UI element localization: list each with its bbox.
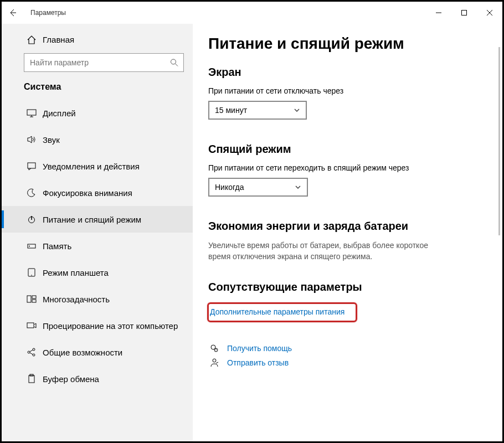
speaker-icon <box>26 135 37 145</box>
home-label: Главная <box>43 35 74 44</box>
screen-off-label: При питании от сети отключать через <box>208 86 496 95</box>
window-controls <box>426 2 502 24</box>
arrow-left-icon <box>8 8 17 17</box>
sidebar-item-display[interactable]: Дисплей <box>2 100 193 126</box>
sidebar-item-label: Уведомления и действия <box>43 162 140 171</box>
sidebar-item-label: Питание и спящий режим <box>43 215 141 224</box>
sidebar-item-tablet[interactable]: Режим планшета <box>2 259 193 286</box>
footer-links: ? Получить помощь Отправить отзыв <box>208 341 496 370</box>
sidebar-item-focus[interactable]: Фокусировка внимания <box>2 179 193 206</box>
chevron-down-icon <box>295 184 301 190</box>
screen-off-select[interactable]: 15 минут <box>208 101 307 120</box>
svg-rect-2 <box>27 110 36 115</box>
content-pane: Питание и спящий режим Экран При питании… <box>193 24 502 441</box>
related-section: Сопутствующие параметры Дополнительные п… <box>208 281 496 322</box>
clipboard-icon <box>26 374 37 384</box>
svg-text:?: ? <box>215 348 217 352</box>
search-icon <box>170 59 178 67</box>
feedback-link[interactable]: Отправить отзыв <box>208 356 496 370</box>
screen-off-value: 15 минут <box>215 106 247 115</box>
screen-heading: Экран <box>208 66 496 79</box>
close-icon <box>487 10 492 16</box>
sidebar-item-multitask[interactable]: Многозадачность <box>2 286 193 312</box>
svg-rect-11 <box>32 300 36 302</box>
sidebar-item-label: Общие возможности <box>43 348 122 357</box>
svg-point-13 <box>28 351 30 353</box>
sleep-select[interactable]: Никогда <box>208 178 308 197</box>
svg-point-21 <box>213 359 216 362</box>
sleep-section: Спящий режим При питании от сети переход… <box>208 143 496 197</box>
search-wrap <box>2 53 193 72</box>
minimize-button[interactable] <box>426 2 451 24</box>
monitor-icon <box>26 108 37 118</box>
storage-icon <box>26 241 37 251</box>
home-icon <box>26 35 37 45</box>
maximize-button[interactable] <box>451 2 477 24</box>
sidebar-item-label: Многозадачность <box>43 295 110 304</box>
get-help-label: Получить помощь <box>227 344 292 353</box>
settings-window: Параметры Главная Система <box>0 0 504 443</box>
sidebar-item-label: Проецирование на этот компьютер <box>43 321 178 331</box>
sidebar-item-label: Память <box>43 241 71 251</box>
chevron-down-icon <box>294 107 300 114</box>
screen-section: Экран При питании от сети отключать чере… <box>208 66 496 120</box>
sidebar-item-label: Звук <box>43 135 60 145</box>
svg-rect-9 <box>27 296 31 302</box>
maximize-icon <box>461 10 467 16</box>
sidebar-item-sound[interactable]: Звук <box>2 126 193 153</box>
svg-point-1 <box>171 59 176 64</box>
sidebar-item-storage[interactable]: Память <box>2 233 193 259</box>
svg-rect-16 <box>29 375 34 383</box>
additional-power-link[interactable]: Дополнительные параметры питания <box>209 304 351 320</box>
scrollbar[interactable] <box>498 24 500 441</box>
sidebar-item-label: Дисплей <box>43 109 76 118</box>
battery-heading: Экономия энергии и заряда батареи <box>208 220 496 233</box>
home-nav[interactable]: Главная <box>2 30 193 49</box>
svg-rect-10 <box>32 296 36 298</box>
sidebar-nav: Дисплей Звук Уведомления и действия Фоку… <box>2 100 193 435</box>
sleep-value: Никогда <box>215 183 244 192</box>
power-icon <box>26 214 37 224</box>
message-icon <box>26 161 37 171</box>
sidebar-item-clipboard[interactable]: Буфер обмена <box>2 365 193 392</box>
svg-point-14 <box>33 348 35 351</box>
highlight-callout: Дополнительные параметры питания <box>207 302 357 322</box>
svg-rect-0 <box>462 11 467 16</box>
share-icon <box>26 347 37 357</box>
svg-point-6 <box>29 246 30 247</box>
battery-section: Экономия энергии и заряда батареи Увелич… <box>208 220 496 262</box>
sidebar-item-notifications[interactable]: Уведомления и действия <box>2 153 193 179</box>
scrollbar-thumb[interactable] <box>498 47 500 235</box>
svg-rect-12 <box>27 323 34 328</box>
sidebar-item-projection[interactable]: Проецирование на этот компьютер <box>2 312 193 339</box>
sidebar-item-power[interactable]: Питание и спящий режим <box>2 206 193 233</box>
feedback-icon <box>208 358 220 368</box>
titlebar: Параметры <box>2 2 502 24</box>
page-title: Питание и спящий режим <box>208 35 496 53</box>
window-title: Параметры <box>30 9 66 17</box>
related-heading: Сопутствующие параметры <box>208 281 496 293</box>
svg-rect-3 <box>28 163 35 168</box>
sidebar-item-shared[interactable]: Общие возможности <box>2 339 193 365</box>
svg-point-8 <box>31 275 32 276</box>
sidebar-item-label: Буфер обмена <box>43 374 99 384</box>
search-input[interactable] <box>24 53 184 72</box>
help-icon: ? <box>208 343 220 353</box>
minimize-icon <box>436 10 441 16</box>
sidebar: Главная Система Дисплей Звук <box>2 24 193 441</box>
sidebar-section: Система <box>2 72 193 100</box>
tablet-icon <box>26 267 37 277</box>
feedback-label: Отправить отзыв <box>227 358 289 367</box>
sidebar-item-label: Режим планшета <box>43 268 109 277</box>
close-button[interactable] <box>477 2 502 24</box>
moon-icon <box>26 188 37 198</box>
back-button[interactable] <box>8 8 26 17</box>
projection-icon <box>26 321 37 331</box>
svg-point-15 <box>33 354 35 356</box>
window-body: Главная Система Дисплей Звук <box>2 24 502 441</box>
sleep-heading: Спящий режим <box>208 143 496 156</box>
battery-desc: Увеличьте время работы от батареи, выбра… <box>208 240 452 262</box>
sidebar-item-label: Фокусировка внимания <box>43 188 132 198</box>
get-help-link[interactable]: ? Получить помощь <box>208 341 496 356</box>
multitask-icon <box>26 294 37 304</box>
